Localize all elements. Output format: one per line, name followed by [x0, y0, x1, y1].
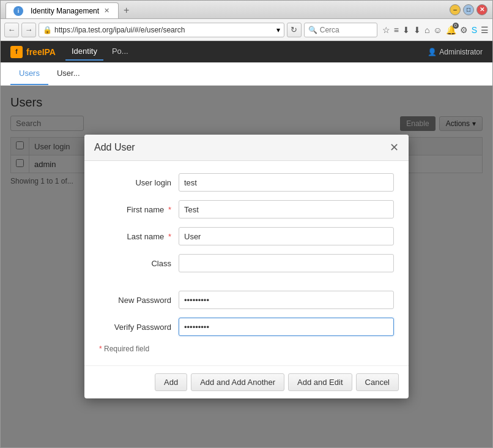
window-controls: – □ ✕	[450, 4, 487, 15]
new-password-label: New Password	[99, 296, 179, 305]
form-row-user-login: User login	[99, 173, 394, 192]
add-button[interactable]: Add	[155, 373, 187, 391]
download-icon[interactable]: ⬇	[413, 25, 421, 35]
form-row-new-password: New Password	[99, 291, 394, 309]
add-and-add-another-button[interactable]: Add and Add Another	[191, 373, 284, 391]
app-logo-icon: f	[10, 46, 23, 58]
user-login-input[interactable]	[179, 173, 394, 192]
nav-bar: ← → 🔒 ▾ ↻ 🔍 ☆ ≡ ⬇ ⬇ ⌂ ☺ 🔔 0 ⚙ S ☰	[1, 19, 492, 41]
app-nav: Identity Po...	[65, 43, 135, 61]
skype-icon[interactable]: S	[472, 25, 477, 35]
sub-nav: Users User...	[1, 62, 492, 86]
nav-item-identity[interactable]: Identity	[65, 43, 103, 61]
dropdown-arrow[interactable]: ▾	[276, 26, 280, 34]
user-icon: 👤	[428, 48, 437, 56]
emoji-icon[interactable]: ☺	[433, 25, 442, 35]
extension-icon[interactable]: ⚙	[460, 25, 468, 35]
last-name-label: Last name *	[99, 232, 179, 241]
browser-window: i Identity Management ✕ + – □ ✕ ← → 🔒 ▾ …	[0, 0, 493, 448]
modal-title: Add User	[94, 142, 135, 153]
address-input[interactable]	[54, 26, 274, 34]
forward-btn[interactable]: →	[21, 23, 36, 37]
modal-header: Add User ✕	[84, 135, 409, 161]
notification-icon[interactable]: 🔔 0	[446, 25, 456, 35]
maximize-btn[interactable]: □	[463, 4, 474, 15]
last-name-required-star: *	[168, 232, 171, 241]
notification-badge: 0	[453, 23, 459, 29]
app-content: f freeIPA Identity Po... 👤 Administrator…	[1, 41, 492, 447]
browser-toolbar-icons: ☆ ≡ ⬇ ⬇ ⌂ ☺ 🔔 0 ⚙ S ☰	[382, 25, 489, 35]
modal-body: User login First name *	[84, 161, 409, 365]
title-bar: i Identity Management ✕ + – □ ✕	[1, 1, 492, 19]
back-btn[interactable]: ←	[4, 23, 19, 37]
form-row-class: Class	[99, 254, 394, 272]
first-name-label: First name *	[99, 205, 179, 214]
required-note-text: Required field	[104, 345, 149, 353]
subnav-item-user-groups[interactable]: User...	[48, 62, 89, 85]
form-row-verify-password: Verify Password	[99, 318, 394, 336]
form-spacer	[99, 281, 394, 291]
menu-icon[interactable]: ☰	[481, 25, 489, 35]
favicon: i	[13, 6, 23, 16]
class-label: Class	[99, 259, 179, 268]
add-and-edit-button[interactable]: Add and Edit	[288, 373, 352, 391]
new-password-input[interactable]	[179, 291, 394, 309]
nav-item-policy[interactable]: Po...	[106, 43, 135, 61]
user-login-label: User login	[99, 178, 179, 187]
first-name-input[interactable]	[179, 200, 394, 218]
modal-footer: Add Add and Add Another Add and Edit Can…	[84, 365, 409, 398]
pocket-icon[interactable]: ⬇	[402, 25, 410, 35]
required-note: * Required field	[99, 345, 394, 353]
last-name-input[interactable]	[179, 227, 394, 245]
app-header: f freeIPA Identity Po... 👤 Administrator	[1, 41, 492, 62]
reader-icon[interactable]: ≡	[394, 25, 399, 35]
first-name-required-star: *	[168, 205, 171, 214]
bookmark-icon[interactable]: ☆	[382, 25, 390, 35]
tab-title: Identity Management	[31, 7, 99, 15]
browser-search-input[interactable]	[320, 26, 373, 34]
home-icon[interactable]: ⌂	[424, 25, 429, 35]
modal-overlay: Add User ✕ User login First name *	[1, 86, 492, 447]
browser-search-bar[interactable]: 🔍	[304, 23, 377, 37]
new-tab-btn[interactable]: +	[119, 2, 134, 18]
modal-close-btn[interactable]: ✕	[390, 142, 399, 153]
address-bar[interactable]: 🔒 ▾	[39, 23, 284, 37]
class-input[interactable]	[179, 254, 394, 272]
cancel-button[interactable]: Cancel	[356, 373, 399, 391]
add-user-modal: Add User ✕ User login First name *	[84, 135, 409, 398]
minimize-btn[interactable]: –	[450, 4, 461, 15]
tab-close-btn[interactable]: ✕	[103, 7, 111, 15]
tab-bar: i Identity Management ✕ +	[6, 1, 134, 18]
verify-password-label: Verify Password	[99, 323, 179, 332]
page-main: Users Enable Actions ▾ User login nbe	[1, 86, 492, 447]
reload-btn[interactable]: ↻	[287, 23, 302, 37]
browser-tab[interactable]: i Identity Management ✕	[6, 2, 119, 18]
window-close-btn[interactable]: ✕	[476, 4, 487, 15]
verify-password-input[interactable]	[179, 318, 394, 336]
lock-icon: 🔒	[43, 26, 52, 34]
app-logo: f freeIPA	[10, 46, 56, 58]
form-row-first-name: First name *	[99, 200, 394, 218]
required-star-note: *	[99, 345, 102, 353]
search-icon: 🔍	[308, 26, 317, 34]
subnav-item-users[interactable]: Users	[10, 62, 48, 85]
form-row-last-name: Last name *	[99, 227, 394, 245]
app-logo-text: freeIPA	[26, 47, 56, 57]
username-label: Administrator	[439, 48, 483, 56]
user-info: 👤 Administrator	[428, 48, 483, 56]
